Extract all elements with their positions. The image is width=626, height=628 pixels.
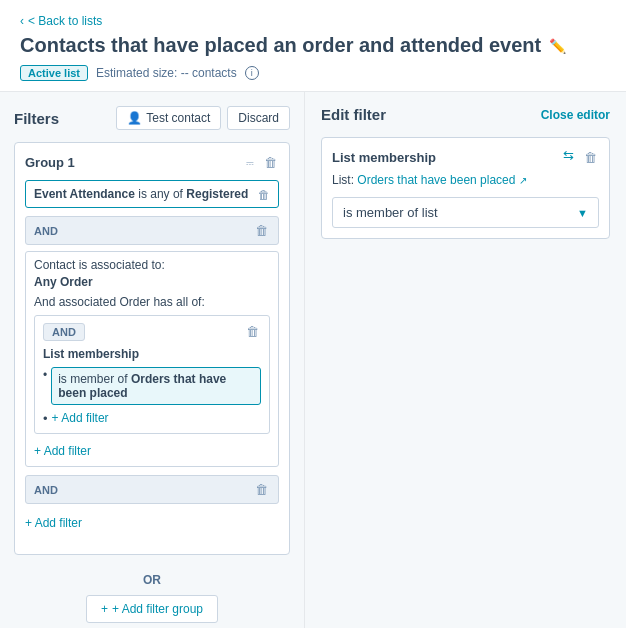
external-link-icon: ↗ xyxy=(519,175,527,186)
add-filter-and2-button[interactable]: + Add filter xyxy=(25,514,82,532)
list-name-link[interactable]: Orders that have been placed xyxy=(357,173,515,187)
group-1-card: Group 1 ⎓ 🗑 🗑 Event Attendance is any of… xyxy=(14,142,290,555)
filter-1-field: Event Attendance xyxy=(34,187,135,201)
duplicate-group-icon[interactable]: ⎓ xyxy=(244,153,256,172)
delete-and-block-2-icon[interactable]: 🗑 xyxy=(253,480,270,499)
group-1-title: Group 1 xyxy=(25,155,75,170)
delete-edit-filter-icon[interactable]: 🗑 xyxy=(582,148,599,167)
associated-text-2: Any Order xyxy=(34,275,93,289)
add-filter-inner-button[interactable]: + Add filter xyxy=(52,409,109,427)
person-icon: 👤 xyxy=(127,111,142,125)
is-member-of-list-dropdown[interactable]: is member of list ▼ xyxy=(332,197,599,228)
add-filter-outer-button[interactable]: + Add filter xyxy=(34,442,91,460)
bullet-dot: • xyxy=(43,368,47,382)
delete-and-block-1-icon[interactable]: 🗑 xyxy=(253,221,270,240)
edit-filter-title: Edit filter xyxy=(321,106,386,123)
associated-order-filter: Contact is associated to: Any Order And … xyxy=(25,251,279,467)
or-separator: OR xyxy=(14,565,290,595)
back-arrow-icon: ‹ xyxy=(20,14,24,28)
close-editor-button[interactable]: Close editor xyxy=(541,108,610,122)
list-link-row: List: Orders that have been placed ↗ xyxy=(332,173,599,187)
nested-and-block: AND 🗑 List membership • is member of Ord… xyxy=(34,315,270,434)
active-list-badge: Active list xyxy=(20,65,88,81)
list-membership-filter-item: • is member of Orders that have been pla… xyxy=(43,367,261,405)
edit-filter-card-title: List membership xyxy=(332,150,436,165)
plus-icon: + xyxy=(101,602,108,616)
discard-button[interactable]: Discard xyxy=(227,106,290,130)
delete-nested-and-icon[interactable]: 🗑 xyxy=(244,322,261,341)
test-contact-button[interactable]: 👤 Test contact xyxy=(116,106,221,130)
nested-and-label: AND xyxy=(43,323,85,341)
and-label-2: AND xyxy=(34,484,58,496)
and-block-2: AND 🗑 + Add filter xyxy=(25,475,279,536)
delete-filter-1-icon[interactable]: 🗑 xyxy=(256,186,272,204)
list-membership-title: List membership xyxy=(43,347,261,361)
edit-title-icon[interactable]: ✏️ xyxy=(549,38,566,54)
bullet-prefix: is member of xyxy=(58,372,127,386)
associated-text-1: Contact is associated to: xyxy=(34,258,270,272)
edit-filter-card: List membership ⇆ 🗑 List: Orders that ha… xyxy=(321,137,610,239)
and-label-1: AND xyxy=(34,225,58,237)
and-block-1: AND 🗑 Contact is associated to: Any Orde… xyxy=(25,216,279,467)
associated-order-text: And associated Order has all of: xyxy=(34,295,270,309)
dropdown-value: is member of list xyxy=(343,205,438,220)
filter-1-value: Registered xyxy=(186,187,248,201)
refresh-icon[interactable]: ⇆ xyxy=(563,148,574,167)
estimated-size: Estimated size: -- contacts xyxy=(96,66,237,80)
filters-title: Filters xyxy=(14,110,59,127)
event-attendance-filter: 🗑 Event Attendance is any of Registered xyxy=(25,180,279,208)
page-title: Contacts that have placed an order and a… xyxy=(20,34,541,57)
edit-filter-panel: Edit filter Close editor List membership… xyxy=(305,92,626,628)
list-label: List: xyxy=(332,173,354,187)
info-icon[interactable]: i xyxy=(245,66,259,80)
back-to-lists-link[interactable]: ‹ < Back to lists xyxy=(20,14,606,28)
add-filter-group-button[interactable]: + + Add filter group xyxy=(86,595,218,623)
filter-1-operator: is any of xyxy=(138,187,183,201)
chevron-down-icon: ▼ xyxy=(577,207,588,219)
bullet-dot-2: • xyxy=(43,411,48,426)
delete-group-icon[interactable]: 🗑 xyxy=(262,153,279,172)
filters-panel: Filters 👤 Test contact Discard Group 1 ⎓… xyxy=(0,92,305,628)
